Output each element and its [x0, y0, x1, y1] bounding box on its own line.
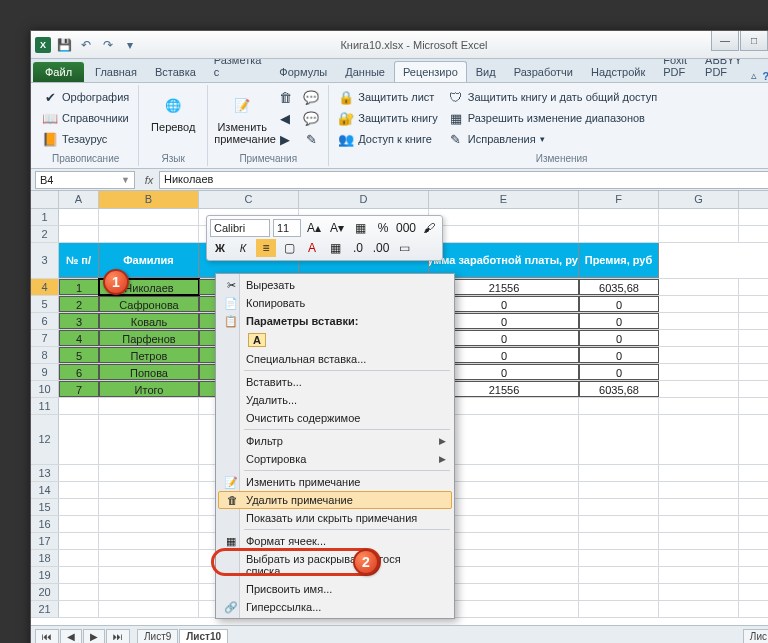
decrease-decimal-icon[interactable]: .0 — [348, 239, 368, 257]
col-header[interactable]: D — [299, 191, 429, 208]
spelling-button[interactable]: ✔Орфография — [39, 87, 132, 107]
col-header[interactable]: C — [199, 191, 299, 208]
select-all-corner[interactable] — [31, 191, 59, 208]
ctx-delete[interactable]: Удалить... — [218, 391, 452, 409]
last-sheet-icon[interactable]: ⏭ — [106, 629, 130, 643]
group-changes: 🔒Защитить лист 🔐Защитить книгу 👥Доступ к… — [329, 85, 768, 166]
show-comment-button[interactable]: 💬 — [300, 87, 322, 107]
col-header[interactable]: G — [659, 191, 739, 208]
submenu-arrow-icon: ▶ — [439, 454, 446, 464]
next-comment-button[interactable]: ▶ — [274, 129, 296, 149]
window-controls: — □ ✕ — [710, 31, 768, 51]
fill-color-icon[interactable]: ▢ — [279, 239, 299, 257]
ctx-format-cells[interactable]: ▦Формат ячеек... — [218, 532, 452, 550]
col-header[interactable]: F — [579, 191, 659, 208]
ctx-paste-special[interactable]: Специальная вставка... — [218, 350, 452, 368]
format-painter-icon[interactable]: 🖌 — [419, 219, 439, 237]
ctx-copy[interactable]: 📄Копировать — [218, 294, 452, 312]
bold-icon[interactable]: Ж — [210, 239, 230, 257]
prev-comment-button[interactable]: ◀ — [274, 108, 296, 128]
sheet-nav: ⏮ ◀ ▶ ⏭ — [35, 629, 130, 643]
redo-icon[interactable]: ↷ — [99, 36, 117, 54]
paste-icon: 📋 — [222, 315, 240, 328]
font-color-icon[interactable]: A — [302, 239, 322, 257]
tab-developer[interactable]: Разработчи — [505, 61, 582, 82]
track-changes-button[interactable]: ✎Исправления ▾ — [445, 129, 660, 149]
show-ink-button[interactable]: ✎ — [300, 129, 322, 149]
save-icon[interactable]: 💾 — [55, 36, 73, 54]
col-header[interactable]: E — [429, 191, 579, 208]
italic-icon[interactable]: К — [233, 239, 253, 257]
minimize-button[interactable]: — — [711, 31, 739, 51]
tab-review[interactable]: Рецензиро — [394, 61, 467, 82]
hyperlink-icon: 🔗 — [222, 601, 240, 614]
center-icon[interactable]: ≡ — [256, 239, 276, 257]
tab-addins[interactable]: Надстройк — [582, 61, 654, 82]
edit-comment-button[interactable]: 📝Изменить примечание — [214, 87, 270, 145]
minimize-ribbon-icon[interactable]: ▵ — [751, 69, 757, 82]
sheet-tab[interactable]: Лист10 — [179, 629, 228, 643]
translate-button[interactable]: 🌐Перевод — [145, 87, 201, 133]
increase-decimal-icon[interactable]: .00 — [371, 239, 391, 257]
undo-icon[interactable]: ↶ — [77, 36, 95, 54]
ctx-insert[interactable]: Вставить... — [218, 373, 452, 391]
ctx-sort[interactable]: Сортировка▶ — [218, 450, 452, 468]
ctx-show-hide-comment[interactable]: Показать или скрыть примечания — [218, 509, 452, 527]
ctx-define-name[interactable]: Присвоить имя... — [218, 580, 452, 598]
tab-data[interactable]: Данные — [336, 61, 394, 82]
style-icon[interactable]: ▦ — [350, 219, 370, 237]
formula-input[interactable]: Николаев — [159, 171, 768, 189]
font-size-select[interactable]: 11 — [273, 219, 301, 237]
protect-share-button[interactable]: 🛡Защитить книгу и дать общий доступ — [445, 87, 660, 107]
tab-home[interactable]: Главная — [86, 61, 146, 82]
ctx-hyperlink[interactable]: 🔗Гиперссылка... — [218, 598, 452, 616]
font-select[interactable]: Calibri — [210, 219, 270, 237]
protect-workbook-button[interactable]: 🔐Защитить книгу — [335, 108, 441, 128]
ctx-clear[interactable]: Очистить содержимое — [218, 409, 452, 427]
ctx-paste-values[interactable]: A — [218, 330, 452, 350]
research-button[interactable]: 📖Справочники — [39, 108, 132, 128]
ink-icon: ✎ — [303, 131, 319, 147]
comma-icon[interactable]: 000 — [396, 219, 416, 237]
context-menu: ✂Вырезать 📄Копировать 📋Параметры вставки… — [215, 273, 455, 619]
worksheet-grid[interactable]: A B C D E F G 1 2 3 № п/ Фамилия Сумма з… — [31, 191, 768, 625]
copy-icon: 📄 — [222, 297, 240, 310]
tab-view[interactable]: Вид — [467, 61, 505, 82]
ctx-pick-from-list[interactable]: Выбрать из раскрывающегося списка... — [218, 550, 452, 580]
fx-icon[interactable]: fx — [139, 174, 159, 186]
ctx-filter[interactable]: Фильтр▶ — [218, 432, 452, 450]
ctx-edit-comment[interactable]: 📝Изменить примечание — [218, 473, 452, 491]
shrink-font-icon[interactable]: A▾ — [327, 219, 347, 237]
grow-font-icon[interactable]: A▴ — [304, 219, 324, 237]
delete-comment-button[interactable]: 🗑 — [274, 87, 296, 107]
first-sheet-icon[interactable]: ⏮ — [35, 629, 59, 643]
qat-dropdown-icon[interactable]: ▾ — [121, 36, 139, 54]
borders-icon[interactable]: ▦ — [325, 239, 345, 257]
delete-comment-icon: 🗑 — [223, 494, 241, 506]
sheet-tab-truncated[interactable]: Лис — [743, 629, 768, 643]
prev-sheet-icon[interactable]: ◀ — [60, 629, 82, 643]
share-workbook-button[interactable]: 👥Доступ к книге — [335, 129, 441, 149]
col-header[interactable]: A — [59, 191, 99, 208]
file-tab[interactable]: Файл — [33, 62, 84, 82]
column-headers: A B C D E F G — [31, 191, 768, 209]
help-icon[interactable]: ? — [763, 70, 768, 82]
show-all-comments-button[interactable]: 💬 — [300, 108, 322, 128]
col-header[interactable]: B — [99, 191, 199, 208]
percent-icon[interactable]: % — [373, 219, 393, 237]
next-sheet-icon[interactable]: ▶ — [83, 629, 105, 643]
protect-sheet-button[interactable]: 🔒Защитить лист — [335, 87, 441, 107]
allow-ranges-button[interactable]: ▦Разрешить изменение диапазонов — [445, 108, 660, 128]
name-box[interactable]: B4▼ — [35, 171, 135, 189]
ctx-cut[interactable]: ✂Вырезать — [218, 276, 452, 294]
excel-icon: X — [35, 37, 51, 53]
tab-formulas[interactable]: Формулы — [270, 61, 336, 82]
merge-icon[interactable]: ▭ — [394, 239, 414, 257]
thesaurus-button[interactable]: 📙Тезаурус — [39, 129, 132, 149]
share-icon: 👥 — [338, 131, 354, 147]
maximize-button[interactable]: □ — [740, 31, 768, 51]
sheet-tab[interactable]: Лист9 — [137, 629, 178, 643]
tab-insert[interactable]: Вставка — [146, 61, 205, 82]
annotation-callout-2: 2 — [353, 549, 379, 575]
ctx-delete-comment[interactable]: 🗑Удалить примечание — [218, 491, 452, 509]
